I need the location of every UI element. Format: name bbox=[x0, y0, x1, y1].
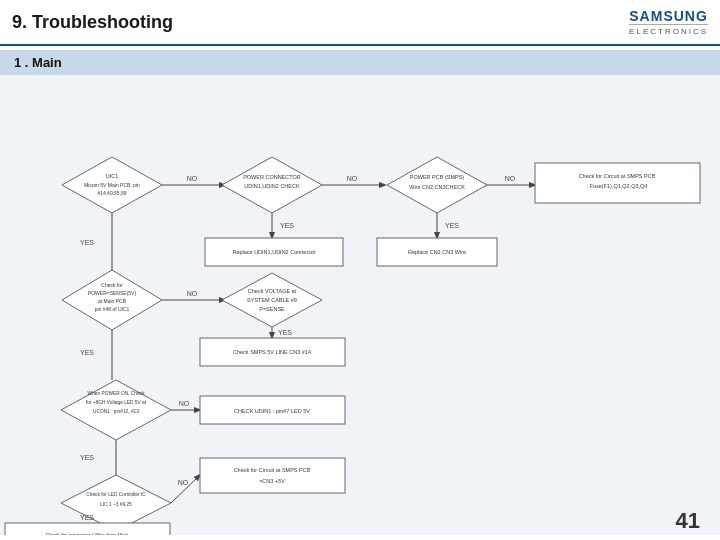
svg-text:Check for Circuit at SMPS PCB: Check for Circuit at SMPS PCB bbox=[579, 173, 656, 179]
svg-text:NO: NO bbox=[179, 400, 190, 407]
svg-text:=CN3 +5V: =CN3 +5V bbox=[259, 478, 285, 484]
svg-text:NO: NO bbox=[187, 175, 198, 182]
section-header: 1 . Main bbox=[0, 50, 720, 75]
svg-text:YES: YES bbox=[278, 329, 292, 336]
svg-text:Check for: Check for bbox=[101, 282, 123, 288]
svg-text:NO: NO bbox=[347, 175, 358, 182]
svg-text:#14,40,55,89: #14,40,55,89 bbox=[97, 190, 126, 196]
svg-text:UCON1 : pin#12, #13: UCON1 : pin#12, #13 bbox=[93, 409, 139, 414]
svg-text:Micom 5V Main PCB: pin: Micom 5V Main PCB: pin bbox=[84, 182, 140, 188]
svg-text:YES: YES bbox=[80, 514, 94, 521]
page-number: 41 bbox=[676, 508, 700, 534]
svg-text:POWER CONNECTOR: POWER CONNECTOR bbox=[243, 174, 301, 180]
svg-text:LIC 1 ~3 #9,25: LIC 1 ~3 #9,25 bbox=[100, 502, 132, 507]
page-header: 9. Troubleshooting SAMSUNG ELECTRONICS bbox=[0, 0, 720, 46]
svg-text:Check for LED Controller IC: Check for LED Controller IC bbox=[86, 492, 146, 497]
svg-text:Check VOLTAGE at: Check VOLTAGE at bbox=[248, 288, 297, 294]
svg-text:NO: NO bbox=[505, 175, 516, 182]
svg-text:at Main PCB: at Main PCB bbox=[98, 298, 127, 304]
svg-text:YES: YES bbox=[280, 222, 294, 229]
svg-text:pin #48 of UIC1: pin #48 of UIC1 bbox=[95, 306, 130, 312]
svg-text:Check SMPS 5V LINE CN3 #14: Check SMPS 5V LINE CN3 #14 bbox=[233, 349, 311, 355]
svg-text:P=SENSE: P=SENSE bbox=[259, 306, 285, 312]
svg-text:YES: YES bbox=[80, 454, 94, 461]
svg-text:When POWER ON, Check: When POWER ON, Check bbox=[88, 391, 145, 396]
svg-text:Replace CN2,CN3 Wire: Replace CN2,CN3 Wire bbox=[408, 249, 466, 255]
svg-text:Check for Circuit at SMPS PCB: Check for Circuit at SMPS PCB bbox=[234, 467, 311, 473]
samsung-logo: SAMSUNG bbox=[629, 8, 708, 24]
svg-text:NO: NO bbox=[178, 479, 189, 486]
svg-text:NO: NO bbox=[187, 290, 198, 297]
svg-text:Replace UDIN1,UDIN2 Connector: Replace UDIN1,UDIN2 Connector bbox=[232, 249, 315, 255]
logo-area: SAMSUNG ELECTRONICS bbox=[629, 8, 708, 36]
svg-text:for +6GH Voltage LED 5V at: for +6GH Voltage LED 5V at bbox=[86, 400, 147, 405]
svg-text:YES: YES bbox=[80, 349, 94, 356]
svg-rect-61 bbox=[200, 458, 345, 493]
svg-text:CHECK UDIN1 : pin#7 LED 5V: CHECK UDIN1 : pin#7 LED 5V bbox=[234, 408, 310, 414]
electronics-label: ELECTRONICS bbox=[629, 24, 708, 36]
svg-text:: Fuse(F1),Q1,Q2,Q3,Q4: : Fuse(F1),Q1,Q2,Q3,Q4 bbox=[587, 183, 648, 189]
svg-text:Check for connector / Wire fro: Check for connector / Wire from Main bbox=[46, 532, 129, 535]
diagram-area: UIC1 Micom 5V Main PCB: pin #14,40,55,89… bbox=[0, 75, 720, 535]
svg-text:POWER PCB (SMPS): POWER PCB (SMPS) bbox=[410, 174, 465, 180]
svg-text:UDIN1,UDIN2 CHECK: UDIN1,UDIN2 CHECK bbox=[244, 183, 300, 189]
svg-text:SYSTEM CABLE #9: SYSTEM CABLE #9 bbox=[247, 297, 297, 303]
svg-text:POWER=SENSE(5V): POWER=SENSE(5V) bbox=[88, 290, 137, 296]
svg-text:YES: YES bbox=[80, 239, 94, 246]
flowchart-svg: UIC1 Micom 5V Main PCB: pin #14,40,55,89… bbox=[0, 75, 720, 535]
svg-text:YES: YES bbox=[445, 222, 459, 229]
svg-text:Wire CN2,CN3CHECK: Wire CN2,CN3CHECK bbox=[409, 184, 465, 190]
svg-text:UIC1: UIC1 bbox=[106, 173, 119, 179]
page-title: 9. Troubleshooting bbox=[12, 12, 173, 33]
